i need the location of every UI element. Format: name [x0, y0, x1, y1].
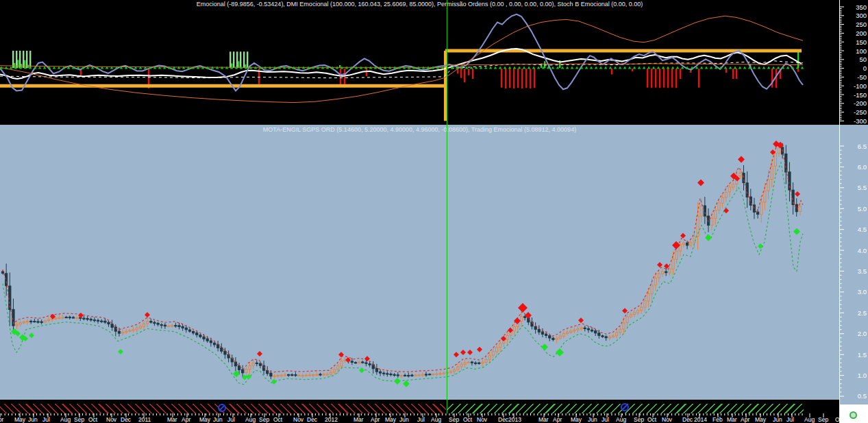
time-axis-label: Sep — [818, 416, 828, 423]
time-axis-label: Mar — [727, 416, 737, 423]
time-axis-label: Jun — [28, 416, 38, 423]
svg-text:200: 200 — [856, 29, 867, 37]
time-axis-label: Dec — [307, 416, 317, 423]
svg-text:-200: -200 — [854, 99, 867, 107]
svg-text:3.0: 3.0 — [858, 288, 867, 295]
order-blocked-icon — [218, 404, 226, 412]
time-axis-label: May — [755, 416, 766, 423]
time-axis-label: Jun — [773, 416, 782, 423]
time-axis-label: Nov — [293, 416, 303, 423]
time-axis-label: Mar — [354, 416, 364, 423]
connection-ok-icon[interactable] — [850, 411, 857, 419]
time-axis-label: May — [199, 416, 210, 423]
time-axis-label: Aug — [431, 416, 441, 423]
svg-text:-150: -150 — [854, 91, 867, 99]
time-axis-label: Jul — [42, 416, 50, 423]
indicator-y-axis[interactable]: 350300250200150100500-50-100-150-200-250… — [839, 0, 868, 125]
svg-text:250: 250 — [856, 21, 867, 28]
svg-text:6.5: 6.5 — [858, 143, 867, 150]
svg-text:2.5: 2.5 — [858, 309, 867, 317]
time-axis-label: Nov — [477, 416, 487, 423]
time-axis-label: 2014 — [694, 416, 707, 423]
time-axis-label: Aug — [245, 416, 256, 423]
time-axis-label: Sep — [74, 416, 84, 423]
time-axis-label: Aug — [616, 416, 626, 423]
time-axis-label: May — [571, 416, 582, 423]
svg-text:300: 300 — [856, 12, 867, 19]
time-axis-label: May — [385, 416, 396, 423]
svg-text:-300: -300 — [854, 117, 867, 125]
time-axis-label: Jul — [786, 416, 794, 423]
price-y-axis[interactable]: 6.56.05.55.04.54.03.53.02.52.01.51.00.5 — [839, 125, 868, 404]
time-axis-label: 2011 — [138, 416, 151, 423]
time-axis-label: Feb — [712, 416, 723, 423]
svg-text:-250: -250 — [854, 108, 867, 116]
indicator-chart-svg[interactable] — [0, 0, 839, 125]
time-axis-label: Aug — [60, 416, 71, 423]
time-axis-label: Apr — [0, 416, 3, 423]
svg-text:2.0: 2.0 — [858, 330, 867, 337]
time-axis-label: Mar — [538, 416, 549, 423]
time-axis-label: Jun — [213, 416, 223, 423]
time-axis-label: Apr — [182, 416, 190, 423]
svg-text:1.0: 1.0 — [858, 372, 867, 379]
indicator-panel[interactable]: Emocional (-89.9856, -0.53424), DMI Emoc… — [0, 0, 839, 125]
svg-text:4.5: 4.5 — [858, 226, 867, 233]
time-axis[interactable]: AprMayJunJulAugSepOctNovDec2011MarAprMay… — [0, 400, 839, 423]
time-axis-label: Dec — [682, 416, 693, 423]
time-axis-label: Nov — [106, 416, 116, 423]
svg-text:3.5: 3.5 — [858, 267, 867, 275]
indicator-y-axis-svg: 350300250200150100500-50-100-150-200-250… — [839, 0, 868, 125]
svg-text:150: 150 — [856, 38, 867, 46]
time-axis-label: Sep — [449, 416, 459, 423]
order-blocked-icon — [621, 403, 629, 411]
svg-text:350: 350 — [856, 3, 867, 11]
svg-text:6.0: 6.0 — [858, 163, 867, 171]
time-axis-label: Jul — [602, 416, 609, 423]
time-axis-label: Oct — [463, 416, 472, 423]
svg-text:0.5: 0.5 — [858, 392, 867, 400]
time-axis-label: Jun — [588, 416, 597, 423]
time-axis-label: Nov — [662, 416, 672, 423]
time-axis-label: 2012 — [325, 416, 338, 423]
price-y-axis-svg: 6.56.05.55.04.54.03.53.02.52.01.51.00.5 — [839, 125, 868, 404]
time-axis-label: Apr — [553, 416, 562, 423]
svg-text:0: 0 — [863, 64, 867, 72]
svg-text:4.0: 4.0 — [858, 247, 867, 254]
time-axis-label: Apr — [371, 416, 380, 423]
time-axis-label: Sep — [634, 416, 644, 423]
time-axis-label: Dec — [121, 416, 131, 423]
svg-text:5.5: 5.5 — [858, 184, 867, 191]
time-axis-label: Oct — [273, 416, 282, 423]
svg-text:-50: -50 — [857, 73, 867, 81]
trading-app-window: Emocional (-89.9856, -0.53424), DMI Emoc… — [0, 0, 868, 423]
svg-text:-100: -100 — [854, 82, 867, 90]
time-axis-label: Aug — [804, 416, 815, 423]
time-axis-label: Jun — [399, 416, 409, 423]
time-axis-label: 2013 — [508, 416, 521, 423]
price-panel[interactable]: MOTA-ENGIL SGPS ORD (5.14600, 5.20000, 4… — [0, 125, 839, 404]
svg-text:50: 50 — [859, 56, 867, 63]
time-axis-label: Jul — [227, 416, 235, 423]
time-axis-label: Apr — [741, 416, 749, 423]
time-axis-label: Oct — [88, 416, 97, 423]
svg-text:5.0: 5.0 — [858, 205, 867, 213]
time-axis-label: Oct — [647, 416, 656, 423]
time-axis-label: Dec — [498, 416, 508, 423]
svg-text:1.5: 1.5 — [858, 351, 867, 359]
time-axis-label: Sep — [259, 416, 269, 423]
time-axis-label: Jul — [417, 416, 425, 423]
time-axis-label: May — [14, 416, 25, 423]
svg-text:100: 100 — [856, 47, 867, 55]
time-axis-label: Mar — [167, 416, 177, 423]
regime-change-vline — [447, 0, 447, 413]
price-chart-svg[interactable] — [0, 125, 839, 404]
